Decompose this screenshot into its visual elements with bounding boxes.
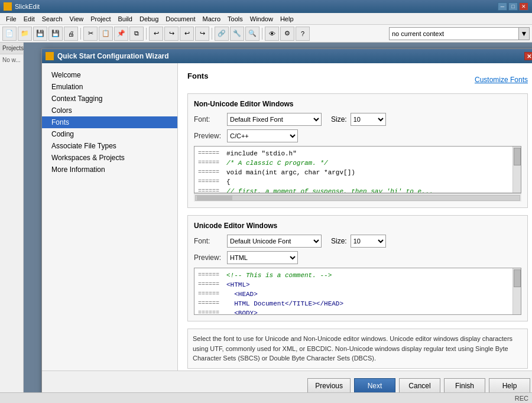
nav-associate-file-types[interactable]: Associate File Types — [42, 140, 177, 152]
customize-fonts-link[interactable]: Customize Fonts — [475, 76, 528, 84]
nav-workspaces[interactable]: Workspaces & Projects — [42, 152, 177, 164]
unicode-preview-label: Preview: — [194, 254, 223, 262]
unicode-preview-select[interactable]: HTML — [227, 251, 298, 264]
code-line-2: ====== /* A classic C program. */ — [198, 158, 517, 168]
menu-window[interactable]: Window — [246, 14, 277, 24]
menu-file[interactable]: File — [2, 14, 20, 24]
non-unicode-font-select[interactable]: Default Fixed Font — [227, 113, 322, 126]
undo-button[interactable]: ↩ — [149, 27, 163, 41]
menu-tools[interactable]: Tools — [224, 14, 246, 24]
html-text-2: <HTML> — [226, 280, 250, 290]
html-line-5: ====== <BODY> — [198, 308, 517, 315]
status-bar: REC — [0, 392, 532, 403]
description-text: Select the font to use for Unicode and N… — [187, 329, 528, 369]
non-unicode-hscroll[interactable] — [194, 193, 521, 202]
quick-start-dialog: Quick Start Configuration Wizard ✕ Welco… — [41, 48, 532, 401]
workspace: Quick Start Configuration Wizard ✕ Welco… — [24, 43, 532, 403]
html-text-5: <BODY> — [226, 308, 258, 315]
help-button[interactable]: Help — [489, 378, 530, 394]
cut-button[interactable]: ✂ — [83, 27, 98, 41]
help-toolbar-button[interactable]: ? — [296, 27, 310, 41]
minimize-button[interactable]: ─ — [498, 2, 507, 11]
nav-colors[interactable]: Colors — [42, 105, 177, 116]
nav-emulation[interactable]: Emulation — [42, 81, 177, 93]
menu-search[interactable]: Search — [38, 14, 66, 24]
maximize-button[interactable]: □ — [508, 2, 518, 11]
menu-project[interactable]: Project — [87, 14, 114, 24]
content-panel: Fonts Customize Fonts Non-Unicode Editor… — [178, 63, 532, 370]
nav-welcome[interactable]: Welcome — [42, 69, 177, 81]
unicode-font-select[interactable]: Default Unicode Font — [227, 235, 322, 248]
paste-button[interactable]: 📌 — [114, 27, 128, 41]
nav-fonts[interactable]: Fonts — [42, 116, 177, 128]
html-line-1: ====== <!-- This is a comment. --> — [198, 271, 517, 280]
toolbar-sep-4 — [262, 28, 262, 40]
title-bar: SlickEdit ─ □ ✕ — [0, 0, 532, 13]
app-icon — [4, 2, 12, 11]
save-all-button[interactable]: 💾 — [48, 27, 63, 41]
html-line-3: ====== <HEAD> — [198, 290, 517, 299]
clone-button[interactable]: ⧉ — [129, 27, 144, 41]
redo2-button[interactable]: ↪ — [195, 27, 209, 41]
unicode-size-label: Size: — [331, 237, 347, 245]
open-file-button[interactable]: 📁 — [18, 27, 32, 41]
non-unicode-preview: ====== #include "stdio.h" ====== /* A cl… — [194, 146, 521, 193]
unicode-preview-row: Preview: HTML — [194, 251, 521, 264]
previous-button[interactable]: Previous — [307, 378, 351, 394]
next-button[interactable]: Next — [354, 378, 395, 394]
non-unicode-title: Non-Unicode Editor Windows — [194, 100, 521, 108]
finish-button[interactable]: Finish — [444, 378, 485, 394]
find2-button[interactable]: 🔍 — [245, 27, 259, 41]
nav-more-info[interactable]: More Information — [42, 164, 177, 176]
settings-button[interactable]: ⚙ — [280, 27, 294, 41]
save-button[interactable]: 💾 — [33, 27, 47, 41]
menu-edit[interactable]: Edit — [20, 14, 38, 24]
section-title: Fonts — [187, 72, 208, 80]
print-button[interactable]: 🖨 — [64, 27, 78, 41]
html-num-4: ====== — [198, 299, 222, 308]
non-unicode-section: Non-Unicode Editor Windows Font: Default… — [187, 93, 528, 208]
code-line-3: ====== void main(int argc, char *argv[]) — [198, 168, 517, 177]
menu-macro[interactable]: Macro — [199, 14, 225, 24]
cancel-button[interactable]: Cancel — [399, 378, 440, 394]
dialog-close-button[interactable]: ✕ — [524, 52, 532, 60]
non-unicode-code: ====== #include "stdio.h" ====== /* A cl… — [194, 147, 521, 193]
undo2-button[interactable]: ↩ — [180, 27, 194, 41]
app-title: SlickEdit — [15, 3, 40, 10]
nav-context-tagging[interactable]: Context Tagging — [42, 93, 177, 105]
menu-document[interactable]: Document — [162, 14, 199, 24]
non-unicode-scrollbar[interactable] — [512, 147, 521, 193]
unicode-section: Unicode Editor Windows Font: Default Uni… — [187, 215, 528, 321]
context-input[interactable] — [389, 27, 519, 40]
find-button[interactable]: 🔗 — [215, 27, 229, 41]
projects-title: Projects — [2, 45, 24, 51]
close-button[interactable]: ✕ — [519, 2, 528, 11]
status-right: REC — [515, 395, 528, 402]
unicode-scrollbar[interactable] — [512, 268, 521, 314]
nav-coding[interactable]: Coding — [42, 128, 177, 140]
non-unicode-preview-select[interactable]: C/C++ — [227, 129, 298, 142]
non-unicode-hscroll-thumb — [197, 196, 232, 200]
projects-tab-item[interactable]: No w... — [0, 54, 23, 66]
code-text-5: // first, a moment of suspense, then say… — [226, 187, 433, 193]
code-text-2: /* A classic C program. */ — [226, 158, 328, 168]
menu-build[interactable]: Build — [114, 14, 135, 24]
replace-button[interactable]: 🔧 — [230, 27, 244, 41]
unicode-size-select[interactable]: 10 — [351, 235, 386, 248]
nav-panel: Welcome Emulation Context Tagging Colors… — [42, 63, 178, 370]
main-area: Projects ◄ ✕ No w... Quick Start Configu… — [0, 43, 532, 403]
copy-button[interactable]: 📋 — [99, 27, 113, 41]
context-dropdown-button[interactable]: ▼ — [519, 27, 530, 40]
redo-button[interactable]: ↪ — [164, 27, 179, 41]
code-line-4: ====== { — [198, 177, 517, 187]
html-text-1: <!-- This is a comment. --> — [226, 271, 332, 280]
menu-debug[interactable]: Debug — [136, 14, 162, 24]
non-unicode-preview-row: Preview: C/C++ — [194, 129, 521, 142]
new-file-button[interactable]: 📄 — [2, 27, 17, 41]
menu-help[interactable]: Help — [277, 14, 297, 24]
non-unicode-size-select[interactable]: 10 — [351, 113, 386, 126]
menu-view[interactable]: View — [66, 14, 87, 24]
view-button[interactable]: 👁 — [265, 27, 279, 41]
html-num-1: ====== — [198, 271, 222, 280]
html-num-2: ====== — [198, 280, 222, 290]
